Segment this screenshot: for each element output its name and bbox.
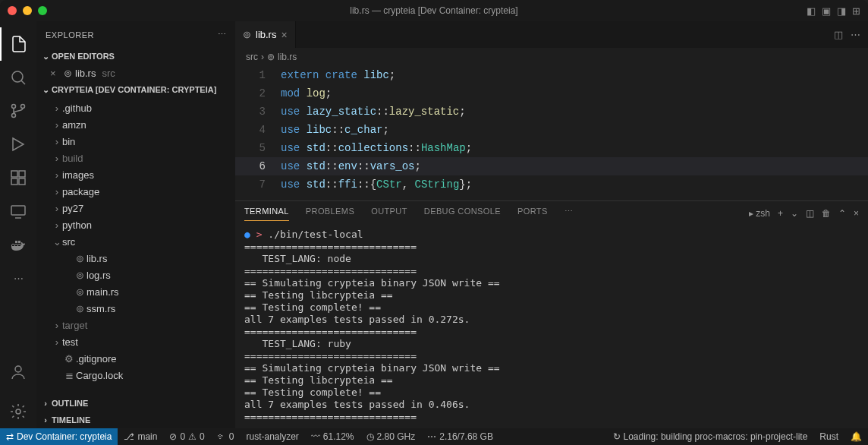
file-item[interactable]: ≣Cargo.lock <box>36 367 235 383</box>
freq-indicator[interactable]: ◷2.80 GHz <box>360 431 422 442</box>
file-item[interactable]: ⚙.gitignore <box>36 350 235 367</box>
code-editor[interactable]: 1extern crate libc;2mod log;3use lazy_st… <box>235 66 868 200</box>
code-line[interactable]: 1extern crate libc; <box>235 66 868 84</box>
activity-search[interactable] <box>0 61 36 94</box>
folder-item[interactable]: ›target <box>36 317 235 333</box>
line-number: 5 <box>235 139 281 157</box>
close-icon[interactable]: × <box>50 68 61 79</box>
line-number: 1 <box>235 66 281 84</box>
language-indicator[interactable]: Rust <box>813 431 844 442</box>
breadcrumb-seg[interactable]: lib.rs <box>278 52 297 62</box>
toggle-primary-sidebar-icon[interactable]: ◧ <box>807 5 816 17</box>
terminal-line: ============================= <box>244 265 859 277</box>
warning-icon: ⚠ <box>188 431 197 442</box>
branch-indicator[interactable]: ⎇ main <box>118 431 163 442</box>
folder-item[interactable]: ›bin <box>36 133 235 150</box>
activity-source-control[interactable] <box>0 94 36 128</box>
gear-icon <box>9 402 27 421</box>
activity-settings[interactable] <box>0 395 36 428</box>
file-item[interactable]: ⊚log.rs <box>36 267 235 283</box>
window-title: lib.rs — crypteia [Dev Container: crypte… <box>350 5 517 16</box>
tab-output[interactable]: OUTPUT <box>371 207 407 220</box>
activity-remote[interactable] <box>0 194 36 228</box>
more-actions-icon[interactable]: ⋯ <box>851 29 860 40</box>
tab-debug-console[interactable]: DEBUG CONSOLE <box>424 207 501 220</box>
ellipsis-icon: ⋯ <box>14 273 24 284</box>
split-editor-icon[interactable]: ◫ <box>834 29 843 40</box>
explorer-sidebar: EXPLORER ⋯ ⌄ OPEN EDITORS × ⊚ lib.rs src… <box>36 21 235 428</box>
activity-account[interactable] <box>0 355 36 389</box>
chevron-right-icon: › <box>261 52 264 62</box>
svg-rect-6 <box>19 171 25 177</box>
minimize-window[interactable] <box>23 6 32 15</box>
remote-icon <box>9 202 27 220</box>
code-line[interactable]: 6use std::env::vars_os; <box>235 157 868 175</box>
terminal-line: == Simulating crypteia binary JSON write… <box>244 362 859 374</box>
new-terminal-icon[interactable]: + <box>778 208 783 219</box>
maximize-window[interactable] <box>38 6 47 15</box>
folder-item[interactable]: ›python <box>36 216 235 233</box>
breadcrumb[interactable]: src › ⊚ lib.rs <box>235 48 868 66</box>
problems-indicator[interactable]: ⊘0 ⚠0 <box>163 431 210 442</box>
folder-item[interactable]: ⌄src <box>36 233 235 250</box>
open-editor-item[interactable]: × ⊚ lib.rs src <box>36 65 235 81</box>
tree-item-label: package <box>62 186 99 197</box>
sync-icon: ↻ <box>613 431 621 442</box>
notifications-icon[interactable]: 🔔 <box>844 431 868 442</box>
tab-lib-rs[interactable]: ⊚ lib.rs × <box>235 21 296 48</box>
titlebar: lib.rs — crypteia [Dev Container: crypte… <box>0 0 868 21</box>
file-item[interactable]: ⊚main.rs <box>36 283 235 300</box>
close-window[interactable] <box>8 6 17 15</box>
close-panel-icon[interactable]: × <box>854 208 859 219</box>
open-editor-name: lib.rs <box>75 68 96 79</box>
activity-explorer[interactable] <box>0 27 36 61</box>
code-line[interactable]: 5use std::collections::HashMap; <box>235 139 868 157</box>
timeline-section[interactable]: › TIMELINE <box>36 412 235 428</box>
remote-indicator[interactable]: ⇄ Dev Container: crypteia <box>0 428 118 445</box>
project-section[interactable]: ⌄ CRYPTEIA [DEV CONTAINER: CRYPTEIA] <box>36 81 235 98</box>
activity-more[interactable]: ⋯ <box>0 261 36 295</box>
chevron-right-icon: › <box>39 399 52 408</box>
tab-ports[interactable]: PORTS <box>517 207 548 220</box>
folder-item[interactable]: ›.github <box>36 99 235 116</box>
loading-indicator[interactable]: ↻ Loading: building proc-macros: pin-pro… <box>607 431 814 442</box>
activity-run-debug[interactable] <box>0 128 36 161</box>
folder-item[interactable]: ›test <box>36 333 235 350</box>
customize-layout-icon[interactable]: ⊞ <box>852 5 860 17</box>
folder-item[interactable]: ›build <box>36 150 235 166</box>
close-icon[interactable]: × <box>281 29 287 41</box>
activity-docker[interactable] <box>0 228 36 261</box>
terminal[interactable]: ● > ./bin/test-local====================… <box>235 226 868 428</box>
terminal-shell-indicator[interactable]: ▸ zsh <box>749 208 770 219</box>
open-editors-section[interactable]: ⌄ OPEN EDITORS <box>36 48 235 65</box>
svg-point-0 <box>12 71 23 82</box>
kill-terminal-icon[interactable]: 🗑 <box>822 208 831 219</box>
panel-more-icon[interactable]: ⋯ <box>565 207 573 221</box>
code-line[interactable]: 7use std::ffi::{CStr, CString}; <box>235 175 868 194</box>
cpu-indicator[interactable]: 〰61.12% <box>305 431 360 442</box>
folder-item[interactable]: ›images <box>36 166 235 183</box>
tab-problems[interactable]: PROBLEMS <box>306 207 354 220</box>
toggle-panel-icon[interactable]: ▣ <box>822 5 831 17</box>
activity-extensions[interactable] <box>0 161 36 194</box>
code-line[interactable]: 4use libc::c_char; <box>235 121 868 139</box>
maximize-panel-icon[interactable]: ⌃ <box>838 208 846 219</box>
outline-section[interactable]: › OUTLINE <box>36 395 235 412</box>
terminal-line: == Simulating crypteia binary JSON write… <box>244 277 859 289</box>
folder-item[interactable]: ›package <box>36 183 235 200</box>
toggle-secondary-sidebar-icon[interactable]: ◨ <box>837 5 846 17</box>
file-item[interactable]: ⊚lib.rs <box>36 250 235 267</box>
ports-indicator[interactable]: ᯤ0 <box>211 431 241 442</box>
breadcrumb-seg[interactable]: src <box>246 52 258 62</box>
folder-item[interactable]: ›py27 <box>36 200 235 216</box>
explorer-more-icon[interactable]: ⋯ <box>218 30 227 39</box>
mem-indicator[interactable]: ⋯2.16/7.68 GB <box>421 431 499 442</box>
tab-terminal[interactable]: TERMINAL <box>244 207 289 221</box>
folder-item[interactable]: ›amzn <box>36 116 235 133</box>
code-line[interactable]: 2mod log; <box>235 84 868 103</box>
code-line[interactable]: 3use lazy_static::lazy_static; <box>235 103 868 121</box>
terminal-dropdown-icon[interactable]: ⌄ <box>791 208 798 219</box>
file-item[interactable]: ⊚ssm.rs <box>36 300 235 317</box>
lsp-indicator[interactable]: rust-analyzer <box>240 431 304 442</box>
split-terminal-icon[interactable]: ◫ <box>806 208 814 219</box>
